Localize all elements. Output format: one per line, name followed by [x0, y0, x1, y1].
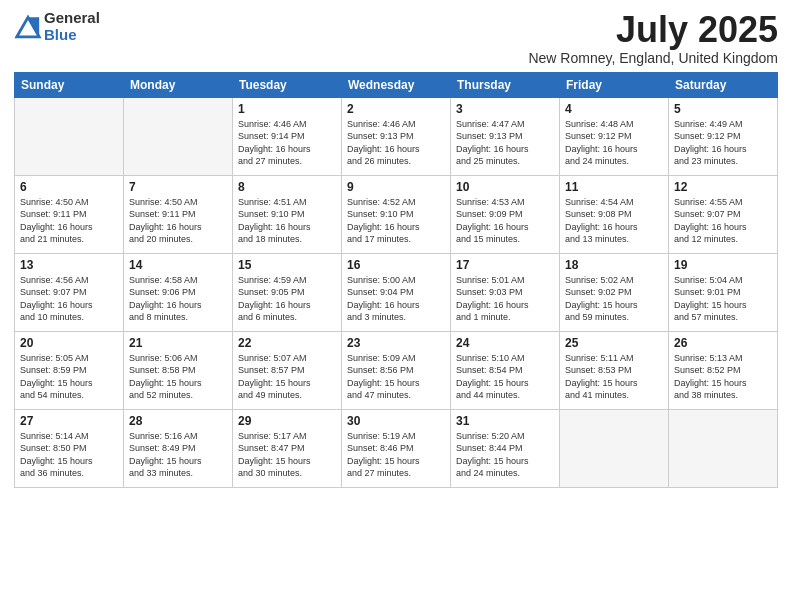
day-number: 22 — [238, 336, 336, 350]
calendar-cell: 5Sunrise: 4:49 AM Sunset: 9:12 PM Daylig… — [669, 97, 778, 175]
day-number: 1 — [238, 102, 336, 116]
cell-info: Sunrise: 4:47 AM Sunset: 9:13 PM Dayligh… — [456, 118, 554, 168]
cell-info: Sunrise: 5:05 AM Sunset: 8:59 PM Dayligh… — [20, 352, 118, 402]
calendar-cell: 7Sunrise: 4:50 AM Sunset: 9:11 PM Daylig… — [124, 175, 233, 253]
weekday-header-thursday: Thursday — [451, 72, 560, 97]
day-number: 26 — [674, 336, 772, 350]
cell-info: Sunrise: 5:13 AM Sunset: 8:52 PM Dayligh… — [674, 352, 772, 402]
cell-info: Sunrise: 4:50 AM Sunset: 9:11 PM Dayligh… — [20, 196, 118, 246]
day-number: 18 — [565, 258, 663, 272]
weekday-header-tuesday: Tuesday — [233, 72, 342, 97]
day-number: 29 — [238, 414, 336, 428]
weekday-header-saturday: Saturday — [669, 72, 778, 97]
cell-info: Sunrise: 4:49 AM Sunset: 9:12 PM Dayligh… — [674, 118, 772, 168]
location-title: New Romney, England, United Kingdom — [528, 50, 778, 66]
cell-info: Sunrise: 5:09 AM Sunset: 8:56 PM Dayligh… — [347, 352, 445, 402]
header: General Blue July 2025 New Romney, Engla… — [14, 10, 778, 66]
calendar-cell: 17Sunrise: 5:01 AM Sunset: 9:03 PM Dayli… — [451, 253, 560, 331]
calendar-cell — [669, 409, 778, 487]
day-number: 8 — [238, 180, 336, 194]
cell-info: Sunrise: 4:55 AM Sunset: 9:07 PM Dayligh… — [674, 196, 772, 246]
calendar-cell: 6Sunrise: 4:50 AM Sunset: 9:11 PM Daylig… — [15, 175, 124, 253]
calendar-cell: 1Sunrise: 4:46 AM Sunset: 9:14 PM Daylig… — [233, 97, 342, 175]
day-number: 5 — [674, 102, 772, 116]
day-number: 3 — [456, 102, 554, 116]
day-number: 19 — [674, 258, 772, 272]
cell-info: Sunrise: 5:17 AM Sunset: 8:47 PM Dayligh… — [238, 430, 336, 480]
day-number: 12 — [674, 180, 772, 194]
calendar-cell: 22Sunrise: 5:07 AM Sunset: 8:57 PM Dayli… — [233, 331, 342, 409]
calendar-cell — [560, 409, 669, 487]
calendar-cell: 11Sunrise: 4:54 AM Sunset: 9:08 PM Dayli… — [560, 175, 669, 253]
cell-info: Sunrise: 4:58 AM Sunset: 9:06 PM Dayligh… — [129, 274, 227, 324]
logo-icon — [14, 13, 42, 41]
calendar-cell: 2Sunrise: 4:46 AM Sunset: 9:13 PM Daylig… — [342, 97, 451, 175]
calendar-cell: 25Sunrise: 5:11 AM Sunset: 8:53 PM Dayli… — [560, 331, 669, 409]
title-section: July 2025 New Romney, England, United Ki… — [528, 10, 778, 66]
weekday-header-monday: Monday — [124, 72, 233, 97]
cell-info: Sunrise: 4:51 AM Sunset: 9:10 PM Dayligh… — [238, 196, 336, 246]
logo-text: General Blue — [44, 10, 100, 43]
month-title: July 2025 — [528, 10, 778, 50]
day-number: 7 — [129, 180, 227, 194]
cell-info: Sunrise: 5:02 AM Sunset: 9:02 PM Dayligh… — [565, 274, 663, 324]
day-number: 27 — [20, 414, 118, 428]
day-number: 31 — [456, 414, 554, 428]
week-row-2: 13Sunrise: 4:56 AM Sunset: 9:07 PM Dayli… — [15, 253, 778, 331]
cell-info: Sunrise: 4:52 AM Sunset: 9:10 PM Dayligh… — [347, 196, 445, 246]
calendar-cell: 3Sunrise: 4:47 AM Sunset: 9:13 PM Daylig… — [451, 97, 560, 175]
calendar-cell: 10Sunrise: 4:53 AM Sunset: 9:09 PM Dayli… — [451, 175, 560, 253]
day-number: 23 — [347, 336, 445, 350]
calendar-cell: 9Sunrise: 4:52 AM Sunset: 9:10 PM Daylig… — [342, 175, 451, 253]
calendar-cell: 29Sunrise: 5:17 AM Sunset: 8:47 PM Dayli… — [233, 409, 342, 487]
calendar-cell: 14Sunrise: 4:58 AM Sunset: 9:06 PM Dayli… — [124, 253, 233, 331]
calendar-cell — [124, 97, 233, 175]
day-number: 4 — [565, 102, 663, 116]
cell-info: Sunrise: 5:11 AM Sunset: 8:53 PM Dayligh… — [565, 352, 663, 402]
cell-info: Sunrise: 5:01 AM Sunset: 9:03 PM Dayligh… — [456, 274, 554, 324]
cell-info: Sunrise: 4:46 AM Sunset: 9:14 PM Dayligh… — [238, 118, 336, 168]
calendar-cell: 4Sunrise: 4:48 AM Sunset: 9:12 PM Daylig… — [560, 97, 669, 175]
calendar-cell: 19Sunrise: 5:04 AM Sunset: 9:01 PM Dayli… — [669, 253, 778, 331]
cell-info: Sunrise: 4:48 AM Sunset: 9:12 PM Dayligh… — [565, 118, 663, 168]
calendar-cell: 18Sunrise: 5:02 AM Sunset: 9:02 PM Dayli… — [560, 253, 669, 331]
calendar-cell: 8Sunrise: 4:51 AM Sunset: 9:10 PM Daylig… — [233, 175, 342, 253]
weekday-header-friday: Friday — [560, 72, 669, 97]
logo: General Blue — [14, 10, 100, 43]
calendar-cell: 16Sunrise: 5:00 AM Sunset: 9:04 PM Dayli… — [342, 253, 451, 331]
cell-info: Sunrise: 5:07 AM Sunset: 8:57 PM Dayligh… — [238, 352, 336, 402]
week-row-0: 1Sunrise: 4:46 AM Sunset: 9:14 PM Daylig… — [15, 97, 778, 175]
day-number: 15 — [238, 258, 336, 272]
logo-general-text: General — [44, 10, 100, 27]
day-number: 28 — [129, 414, 227, 428]
cell-info: Sunrise: 4:46 AM Sunset: 9:13 PM Dayligh… — [347, 118, 445, 168]
day-number: 11 — [565, 180, 663, 194]
calendar-cell: 28Sunrise: 5:16 AM Sunset: 8:49 PM Dayli… — [124, 409, 233, 487]
weekday-header-row: SundayMondayTuesdayWednesdayThursdayFrid… — [15, 72, 778, 97]
calendar-cell: 23Sunrise: 5:09 AM Sunset: 8:56 PM Dayli… — [342, 331, 451, 409]
calendar-cell: 30Sunrise: 5:19 AM Sunset: 8:46 PM Dayli… — [342, 409, 451, 487]
calendar-cell: 13Sunrise: 4:56 AM Sunset: 9:07 PM Dayli… — [15, 253, 124, 331]
cell-info: Sunrise: 4:54 AM Sunset: 9:08 PM Dayligh… — [565, 196, 663, 246]
cell-info: Sunrise: 5:19 AM Sunset: 8:46 PM Dayligh… — [347, 430, 445, 480]
day-number: 6 — [20, 180, 118, 194]
cell-info: Sunrise: 5:14 AM Sunset: 8:50 PM Dayligh… — [20, 430, 118, 480]
cell-info: Sunrise: 5:20 AM Sunset: 8:44 PM Dayligh… — [456, 430, 554, 480]
day-number: 21 — [129, 336, 227, 350]
day-number: 17 — [456, 258, 554, 272]
logo-blue-text: Blue — [44, 27, 100, 44]
calendar-cell: 21Sunrise: 5:06 AM Sunset: 8:58 PM Dayli… — [124, 331, 233, 409]
cell-info: Sunrise: 5:04 AM Sunset: 9:01 PM Dayligh… — [674, 274, 772, 324]
calendar-cell: 15Sunrise: 4:59 AM Sunset: 9:05 PM Dayli… — [233, 253, 342, 331]
day-number: 20 — [20, 336, 118, 350]
day-number: 13 — [20, 258, 118, 272]
calendar-table: SundayMondayTuesdayWednesdayThursdayFrid… — [14, 72, 778, 488]
cell-info: Sunrise: 5:10 AM Sunset: 8:54 PM Dayligh… — [456, 352, 554, 402]
calendar-cell — [15, 97, 124, 175]
day-number: 25 — [565, 336, 663, 350]
week-row-4: 27Sunrise: 5:14 AM Sunset: 8:50 PM Dayli… — [15, 409, 778, 487]
cell-info: Sunrise: 4:53 AM Sunset: 9:09 PM Dayligh… — [456, 196, 554, 246]
page: General Blue July 2025 New Romney, Engla… — [0, 0, 792, 612]
day-number: 16 — [347, 258, 445, 272]
weekday-header-wednesday: Wednesday — [342, 72, 451, 97]
